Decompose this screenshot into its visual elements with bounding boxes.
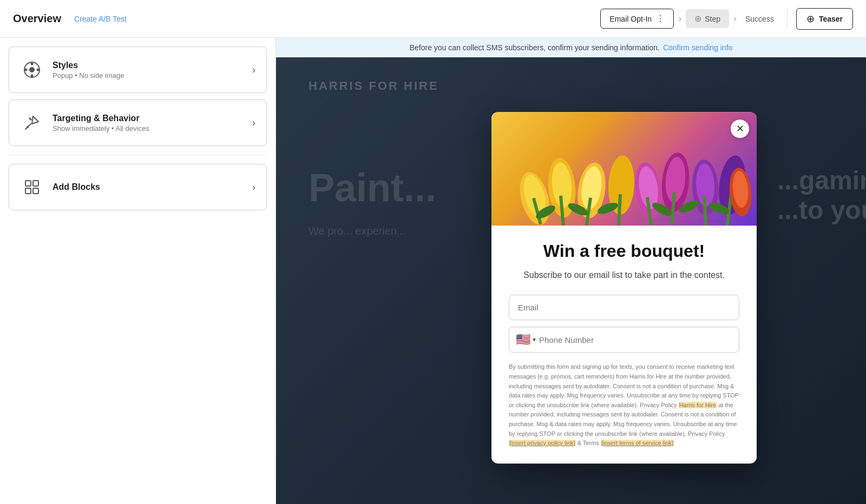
- targeting-card[interactable]: Targeting & Behavior Show immediately • …: [9, 100, 267, 146]
- styles-card-text: Styles Popup • No side image: [53, 61, 244, 79]
- svg-rect-8: [33, 181, 38, 186]
- overview-title: Overview: [13, 12, 61, 25]
- styles-subtitle: Popup • No side image: [53, 71, 244, 79]
- add-blocks-chevron: ›: [252, 182, 255, 193]
- brand-highlight: Harris for Hire: [679, 402, 717, 408]
- teaser-button[interactable]: ⊕ Teaser: [796, 8, 853, 30]
- nav-center: Email Opt-In ⋮ › ⊕ Step › Success ⊕ Teas…: [600, 8, 853, 30]
- legal-text: By submitting this form and signing up f…: [509, 363, 739, 448]
- popup-title: Win a free bouquet!: [509, 241, 739, 261]
- top-navigation: Overview Create A/B Test Email Opt-In ⋮ …: [0, 0, 866, 38]
- add-blocks-card-text: Add Blocks: [53, 182, 244, 192]
- svg-rect-10: [33, 188, 38, 194]
- targeting-card-text: Targeting & Behavior Show immediately • …: [53, 114, 244, 132]
- svg-point-6: [27, 126, 29, 128]
- sidebar-divider: [9, 155, 267, 155]
- popup-subtitle: Subscribe to our email list to take part…: [509, 269, 739, 282]
- targeting-title: Targeting & Behavior: [53, 114, 244, 123]
- svg-point-5: [37, 69, 40, 71]
- main-area: Styles Popup • No side image › Targeting…: [0, 38, 866, 504]
- dots-icon[interactable]: ⋮: [656, 14, 665, 24]
- targeting-icon: [20, 111, 44, 135]
- info-banner-text: Before you can collect SMS subscribers, …: [410, 43, 660, 52]
- info-banner: Before you can collect SMS subscribers, …: [276, 38, 866, 57]
- step-label: Step: [705, 15, 720, 23]
- email-opt-in-button[interactable]: Email Opt-In ⋮: [600, 9, 674, 29]
- add-blocks-card[interactable]: Add Blocks ›: [9, 164, 267, 210]
- styles-chevron: ›: [252, 64, 255, 76]
- nav-left: Overview Create A/B Test: [13, 12, 127, 25]
- svg-point-3: [31, 75, 34, 77]
- phone-input[interactable]: [539, 335, 732, 344]
- chevron-sep-2: ›: [733, 13, 737, 24]
- svg-point-2: [31, 63, 34, 65]
- targeting-chevron: ›: [252, 117, 255, 129]
- add-blocks-icon: [20, 175, 44, 199]
- svg-point-1: [29, 67, 35, 72]
- preview-area: Before you can collect SMS subscribers, …: [276, 38, 866, 504]
- popup-image: [491, 112, 757, 226]
- success-label[interactable]: Success: [741, 10, 778, 28]
- popup-body: Win a free bouquet! Subscribe to our ema…: [491, 226, 757, 463]
- email-opt-in-label: Email Opt-In: [609, 15, 652, 23]
- svg-point-4: [25, 69, 28, 71]
- targeting-subtitle: Show immediately • All devices: [53, 124, 244, 132]
- phone-row: 🇺🇸 ▾: [509, 327, 739, 353]
- add-blocks-title: Add Blocks: [53, 182, 244, 192]
- terms-link[interactable]: [insert terms of service link]: [601, 440, 674, 446]
- svg-rect-9: [25, 188, 31, 194]
- styles-card[interactable]: Styles Popup • No side image ›: [9, 47, 267, 93]
- chevron-sep-1: ›: [678, 13, 681, 24]
- confirm-sending-link[interactable]: Confirm sending info: [663, 43, 732, 52]
- close-button[interactable]: ✕: [731, 120, 749, 138]
- sidebar: Styles Popup • No side image › Targeting…: [0, 38, 276, 504]
- svg-rect-7: [25, 181, 31, 186]
- flag-emoji: 🇺🇸: [516, 333, 530, 347]
- canvas: HARRIS FOR HIRE Paint... We pro... exper…: [276, 57, 866, 504]
- popup-modal: ✕ Win a free bouquet! Subscribe to our e…: [491, 112, 757, 463]
- step-button[interactable]: ⊕ Step: [686, 9, 729, 28]
- plus-icon-step: ⊕: [694, 14, 701, 24]
- teaser-plus-icon: ⊕: [806, 13, 815, 25]
- vertical-divider: [787, 9, 788, 29]
- create-ab-link[interactable]: Create A/B Test: [74, 15, 127, 23]
- styles-icon: [20, 58, 44, 82]
- privacy-policy-link[interactable]: [insert privacy policy link]: [509, 440, 576, 446]
- email-input[interactable]: [509, 295, 739, 321]
- phone-chevron-icon[interactable]: ▾: [533, 336, 536, 344]
- styles-title: Styles: [53, 61, 244, 70]
- teaser-label: Teaser: [819, 15, 843, 23]
